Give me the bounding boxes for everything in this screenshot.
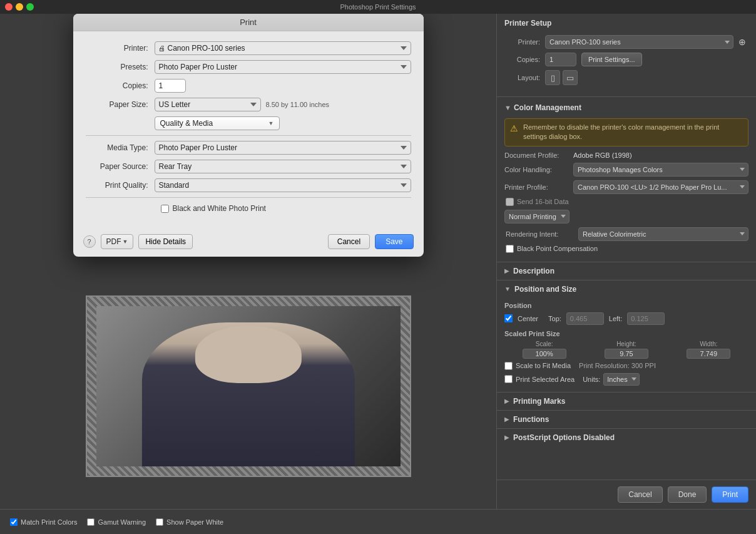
functions-arrow-icon: ▶ [504, 416, 509, 423]
postscript-arrow-icon: ▶ [504, 434, 509, 441]
printer-add-button[interactable]: ⊕ [736, 37, 748, 47]
gamut-warning-checkbox[interactable] [87, 518, 94, 526]
description-header[interactable]: ▶ Description [497, 262, 756, 280]
color-handling-control: Photoshop Manages Colors [573, 163, 748, 177]
color-mgmt-collapse-icon[interactable]: ▼ [504, 104, 511, 111]
copies-input[interactable] [155, 79, 186, 93]
scale-to-fit-label[interactable]: Scale to Fit Media [516, 362, 571, 369]
scale-grid: Scale: 100% Height: 9.75 Width: 7.749 [504, 341, 748, 359]
section-divider-1 [86, 135, 411, 136]
scale-to-fit-checkbox[interactable] [504, 362, 513, 370]
main-layout: Print Printer: 🖨 Canon PRO-100 series Pr… [0, 14, 756, 509]
normal-printing-select[interactable]: Normal Printing [504, 210, 570, 223]
top-label: Top: [548, 315, 561, 322]
position-size-arrow-icon: ▼ [504, 285, 511, 292]
layout-landscape-button[interactable]: ▭ [563, 70, 578, 85]
scale-value: 100% [523, 349, 566, 359]
layout-portrait-button[interactable]: ▯ [545, 70, 560, 85]
gamut-warning-label[interactable]: Gamut Warning [98, 518, 146, 526]
printer-setup-section: Printer: Canon PRO-100 series ⊕ Copies: … [497, 30, 756, 94]
media-type-control: Photo Paper Pro Luster [155, 141, 411, 155]
description-section: ▶ Description [497, 262, 756, 280]
functions-section: ▶ Functions [497, 410, 756, 428]
position-size-header[interactable]: ▼ Position and Size [497, 280, 756, 298]
functions-title: Functions [513, 415, 549, 424]
functions-header[interactable]: ▶ Functions [497, 411, 756, 428]
ps-printer-select[interactable]: Canon PRO-100 series [545, 35, 733, 49]
right-cancel-button[interactable]: Cancel [618, 486, 662, 503]
center-checkbox[interactable] [504, 314, 513, 322]
print-quality-select[interactable]: Standard [155, 178, 411, 192]
help-button[interactable]: ? [83, 235, 96, 248]
black-point-checkbox[interactable] [506, 245, 514, 253]
maximize-button[interactable] [26, 3, 34, 11]
bw-checkbox-label[interactable]: Black and White Photo Print [173, 204, 266, 213]
presets-select[interactable]: Photo Paper Pro Luster [155, 60, 411, 74]
scale-col: Scale: 100% [504, 341, 584, 359]
section-divider-2 [86, 197, 411, 198]
printer-profile-select[interactable]: Canon PRO-100 <LU> 1/2 Photo Paper Pro L… [573, 180, 748, 194]
paper-size-select[interactable]: US Letter [155, 98, 261, 111]
minimize-button[interactable] [16, 3, 23, 11]
right-panel: Printer Setup Printer: Canon PRO-100 ser… [496, 14, 756, 509]
postscript-header[interactable]: ▶ PostScript Options Disabled [497, 429, 756, 446]
presets-row: Presets: Photo Paper Pro Luster [86, 60, 411, 74]
width-label: Width: [700, 341, 717, 347]
printer-profile-control: Canon PRO-100 <LU> 1/2 Photo Paper Pro L… [573, 180, 748, 194]
print-selected-label[interactable]: Print Selected Area [516, 376, 575, 383]
print-selected-checkbox[interactable] [504, 375, 513, 383]
pdf-button[interactable]: PDF ▼ [101, 234, 134, 249]
dialog-buttons: ? PDF ▼ Hide Details Cancel Save [73, 229, 424, 257]
postscript-title: PostScript Options Disabled [513, 433, 615, 442]
paper-source-control: Rear Tray [155, 160, 411, 173]
window-controls[interactable] [5, 3, 34, 11]
match-print-colors-row: Match Print Colors [10, 518, 77, 526]
gamut-warning-row: Gamut Warning [87, 518, 146, 526]
height-value: 9.75 [605, 349, 648, 359]
cancel-button[interactable]: Cancel [328, 234, 370, 249]
print-dialog: Print Printer: 🖨 Canon PRO-100 series Pr… [73, 14, 424, 257]
print-quality-label: Print Quality: [86, 181, 155, 190]
save-button[interactable]: Save [375, 234, 413, 249]
rendering-intent-select[interactable]: Relative Colorimetric [578, 227, 748, 241]
match-print-colors-checkbox[interactable] [10, 518, 18, 526]
printer-profile-label: Printer Profile: [504, 183, 573, 191]
bw-checkbox[interactable] [161, 205, 169, 213]
photo-person-silhouette [141, 322, 354, 466]
description-title: Description [513, 267, 554, 275]
print-button[interactable]: Print [712, 486, 748, 503]
left-input[interactable] [627, 312, 665, 325]
show-paper-white-label[interactable]: Show Paper White [166, 518, 223, 526]
width-value: 7.749 [687, 349, 730, 359]
position-size-title: Position and Size [514, 285, 576, 294]
paper-source-select[interactable]: Rear Tray [155, 160, 411, 173]
scaled-print-size-title: Scaled Print Size [504, 330, 748, 337]
center-label[interactable]: Center [518, 315, 538, 322]
printer-select[interactable]: Canon PRO-100 series [155, 41, 411, 55]
done-button[interactable]: Done [668, 486, 707, 503]
send-16bit-checkbox[interactable] [506, 198, 514, 206]
close-button[interactable] [5, 3, 13, 11]
photo-preview [86, 295, 411, 477]
printing-marks-header[interactable]: ▶ Printing Marks [497, 393, 756, 410]
ps-copies-input[interactable] [545, 53, 576, 66]
show-paper-white-checkbox[interactable] [156, 518, 163, 526]
copies-label: Copies: [86, 81, 155, 90]
center-row: Center Top: Left: [504, 312, 748, 325]
quality-media-button[interactable]: Quality & Media ▼ [155, 116, 280, 130]
media-type-select[interactable]: Photo Paper Pro Luster [155, 141, 411, 155]
hide-details-button[interactable]: Hide Details [138, 234, 193, 249]
print-selected-row: Print Selected Area Units: Inches [504, 373, 748, 386]
match-print-colors-label[interactable]: Match Print Colors [21, 518, 77, 526]
ps-printer-control: Canon PRO-100 series ⊕ [545, 35, 748, 49]
position-size-content: Position Center Top: Left: Scaled Print … [497, 298, 756, 392]
color-handling-select[interactable]: Photoshop Manages Colors [573, 163, 748, 177]
units-select[interactable]: Inches [603, 373, 640, 386]
width-col: Width: 7.749 [669, 341, 748, 359]
right-bottom-buttons: Cancel Done Print [497, 480, 756, 509]
height-label: Height: [616, 341, 636, 347]
postscript-section: ▶ PostScript Options Disabled [497, 428, 756, 446]
show-paper-white-row: Show Paper White [156, 518, 223, 526]
print-settings-button[interactable]: Print Settings... [581, 53, 642, 66]
top-input[interactable] [566, 312, 604, 325]
